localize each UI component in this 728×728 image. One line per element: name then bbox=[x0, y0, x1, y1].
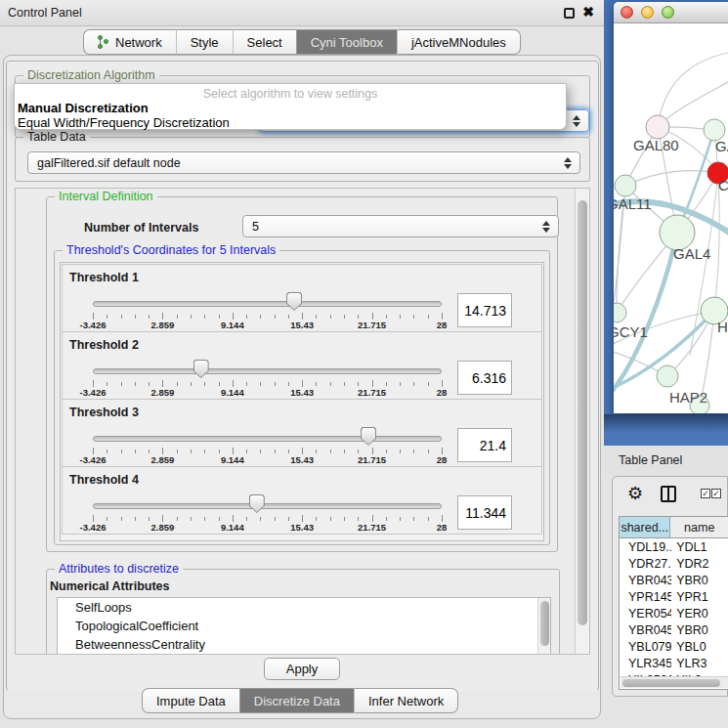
GAL11-node[interactable] bbox=[615, 175, 636, 196]
numerical-attributes-label: Numerical Attributes bbox=[50, 579, 169, 593]
control-panel-tabs: Network Style Select Cyni Toolbox jActiv… bbox=[83, 29, 521, 55]
network-icon bbox=[98, 35, 110, 50]
threshold-value-field[interactable]: 6.316 bbox=[457, 361, 512, 395]
node-table[interactable]: shared... name YDL19...YDL1YDR27...YDR2Y… bbox=[619, 516, 728, 690]
threshold-slider-thumb[interactable] bbox=[286, 292, 302, 311]
threshold-value-field[interactable]: 14.713 bbox=[457, 293, 512, 327]
columns-icon[interactable] bbox=[661, 486, 676, 502]
tab-select[interactable]: Select bbox=[233, 29, 296, 55]
table-panel-title: Table Panel bbox=[619, 453, 682, 467]
algorithm-dropdown-popup: Select algorithm to view settings Manual… bbox=[14, 83, 567, 130]
HAP2-node[interactable] bbox=[657, 365, 678, 387]
network-edge[interactable] bbox=[658, 53, 728, 127]
network-desktop: GAL80GACGAL11GAL4GCY1HHAP2 bbox=[604, 0, 728, 446]
combo-arrows-icon bbox=[542, 221, 550, 233]
gear-icon[interactable]: ⚙ bbox=[627, 483, 643, 504]
network-edge[interactable] bbox=[714, 130, 719, 311]
threshold-label: Threshold 2 bbox=[69, 338, 139, 352]
apply-row: Apply bbox=[8, 655, 597, 691]
apply-button[interactable]: Apply bbox=[264, 658, 340, 680]
GAL80-node[interactable] bbox=[646, 115, 669, 139]
table-row[interactable]: YBR045CYBR0 bbox=[620, 621, 728, 638]
control-panel-titlebar: Control Panel ✖ bbox=[0, 0, 604, 26]
threshold-label: Threshold 3 bbox=[69, 406, 139, 419]
table-data-combobox[interactable]: galFiltered.sif default node bbox=[27, 151, 580, 174]
tab-label: Style bbox=[191, 35, 219, 50]
threshold-slider-track[interactable] bbox=[93, 436, 442, 442]
tab-impute-data[interactable]: Impute Data bbox=[142, 688, 239, 713]
threshold-slider-thumb[interactable] bbox=[361, 427, 376, 446]
dropdown-option-manual[interactable]: Manual Discretization bbox=[18, 101, 149, 115]
table-row[interactable]: YBL079WYBL0 bbox=[620, 638, 728, 655]
network-edge[interactable] bbox=[625, 171, 718, 186]
table-row[interactable]: YBR043CYBR0 bbox=[620, 572, 728, 588]
number-of-intervals-combobox[interactable]: 5 bbox=[242, 215, 559, 237]
node-label: GAL4 bbox=[673, 245, 710, 262]
number-of-intervals-value: 5 bbox=[252, 220, 259, 234]
table-data-group: Table Data galFiltered.sif default node bbox=[15, 137, 590, 182]
table-row[interactable]: YLR345WYLR3 bbox=[620, 655, 728, 671]
close-icon[interactable]: ✖ bbox=[582, 4, 594, 20]
tab-style[interactable]: Style bbox=[176, 29, 233, 55]
table-row[interactable]: YDR27...YDR2 bbox=[620, 555, 728, 572]
threshold-slider-track[interactable] bbox=[93, 301, 442, 307]
tab-label: Cyni Toolbox bbox=[311, 35, 383, 50]
node-label: HAP2 bbox=[669, 389, 707, 406]
tab-label: Network bbox=[115, 35, 162, 50]
GCY1-node[interactable] bbox=[614, 303, 626, 322]
scrollbar-thumb[interactable] bbox=[540, 601, 549, 646]
group-title: Attributes to discretize bbox=[55, 562, 183, 576]
float-window-icon[interactable] bbox=[564, 8, 575, 19]
checkbox-icon[interactable]: ✓ bbox=[701, 489, 710, 498]
group-title: Table Data bbox=[23, 130, 90, 144]
network-edge[interactable] bbox=[690, 173, 718, 356]
table-header-row: shared... name bbox=[620, 517, 728, 538]
column-header-name[interactable]: name bbox=[670, 517, 728, 537]
combo-arrows-icon bbox=[564, 157, 572, 169]
list-item[interactable]: BetweennessCentrality bbox=[58, 635, 550, 654]
tab-infer-network[interactable]: Infer Network bbox=[354, 688, 458, 713]
table-rows: YDL19...YDL1YDR27...YDR2YBR043CYBR0YPR14… bbox=[620, 538, 728, 688]
interval-definition-group: Interval Definition Number of Intervals … bbox=[46, 196, 558, 552]
combo-arrows-icon bbox=[573, 115, 580, 127]
thresholds-group: Threshold's Coordinates for 5 Intervals … bbox=[54, 250, 550, 545]
close-traffic-light-icon[interactable] bbox=[621, 6, 633, 19]
minimize-traffic-light-icon[interactable] bbox=[641, 6, 654, 19]
threshold-slider-track[interactable] bbox=[93, 503, 442, 509]
threshold-value-field[interactable]: 11.344 bbox=[457, 495, 512, 530]
threshold-value-field[interactable]: 21.4 bbox=[457, 428, 512, 462]
tab-jactivemnodules[interactable]: jActiveMNodules bbox=[397, 29, 521, 55]
list-item[interactable]: TopologicalCoefficient bbox=[58, 617, 550, 635]
tab-network[interactable]: Network bbox=[83, 29, 176, 55]
threshold-slider-track[interactable] bbox=[93, 368, 442, 374]
zoom-traffic-light-icon[interactable] bbox=[662, 6, 674, 19]
tab-discretize-data[interactable]: Discretize Data bbox=[239, 688, 354, 713]
threshold-panel: Threshold 1 -3.4262.8599.14415.4321.7152… bbox=[62, 264, 542, 332]
tab-label: Infer Network bbox=[368, 694, 444, 708]
list-scrollbar[interactable] bbox=[537, 598, 550, 655]
thresholds-container: Threshold 1 -3.4262.8599.14415.4321.7152… bbox=[60, 262, 544, 541]
checkbox-icon[interactable]: ✓ bbox=[711, 489, 721, 498]
scrollbar-thumb[interactable] bbox=[578, 200, 587, 625]
network-canvas[interactable]: GAL80GACGAL11GAL4GCY1HHAP2 bbox=[614, 23, 728, 413]
table-row[interactable]: YER054CYER0 bbox=[620, 605, 728, 621]
threshold-label: Threshold 1 bbox=[69, 271, 139, 284]
table-row[interactable]: YDL19...YDL1 bbox=[620, 538, 728, 555]
threshold-slider-thumb[interactable] bbox=[249, 494, 265, 513]
numerical-attributes-list[interactable]: SelfLoopsTopologicalCoefficientBetweenne… bbox=[57, 597, 551, 655]
table-row[interactable]: YPR145WYPR1 bbox=[620, 588, 728, 605]
dropdown-option-equal-width[interactable]: Equal Width/Frequency Discretization bbox=[18, 115, 230, 130]
threshold-slider-thumb[interactable] bbox=[193, 360, 209, 378]
node-label: GCY1 bbox=[614, 323, 648, 340]
horizontal-scrollbar[interactable] bbox=[621, 676, 728, 688]
list-item[interactable]: SelfLoops bbox=[58, 598, 550, 617]
network-view-window[interactable]: GAL80GACGAL11GAL4GCY1HHAP2 bbox=[614, 2, 728, 413]
table-data-value: galFiltered.sif default node bbox=[37, 156, 181, 170]
column-header-shared[interactable]: shared... bbox=[620, 517, 670, 537]
tab-cyni-toolbox[interactable]: Cyni Toolbox bbox=[296, 29, 397, 55]
group-title: Interval Definition bbox=[55, 190, 157, 203]
scrollbar-thumb[interactable] bbox=[622, 679, 720, 687]
node-label: GAL80 bbox=[633, 137, 679, 153]
vertical-scrollbar[interactable] bbox=[575, 189, 589, 654]
tab-label: Discretize Data bbox=[254, 694, 340, 708]
